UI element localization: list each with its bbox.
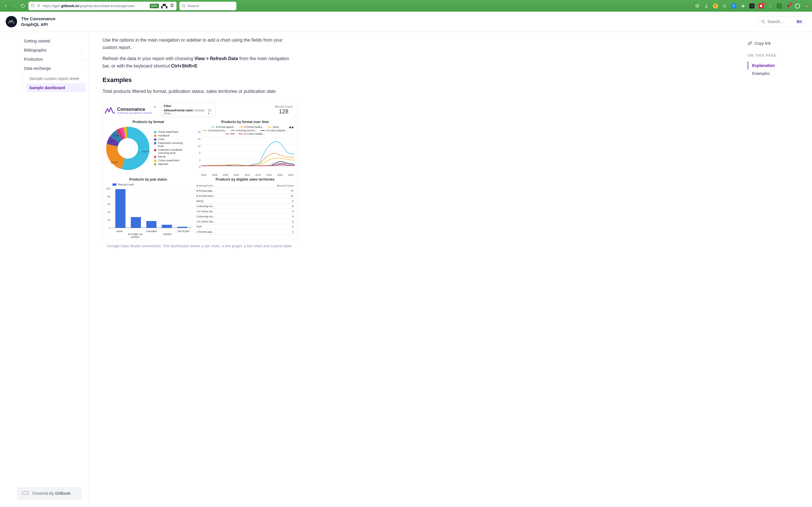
filter-card[interactable]: Filter inHouseFormat name: Exclude ePub,…	[161, 103, 215, 117]
forward-button[interactable]	[11, 3, 17, 9]
pocket-icon[interactable]	[695, 3, 700, 8]
bar-xaxis: ActiveCancelledOut of print No longer ou…	[105, 230, 191, 238]
table-row: PDF2	[195, 224, 295, 229]
shield-icon	[31, 3, 35, 8]
panel-title: Products by pub status	[105, 177, 191, 181]
ext-bug-icon[interactable]: 🐞2	[786, 3, 791, 8]
play-control[interactable]: ◀ ▶	[289, 126, 294, 129]
copy-link[interactable]: Copy link	[748, 41, 805, 46]
search-icon	[761, 20, 765, 24]
svg-rect-28	[177, 227, 188, 228]
ext-owl-icon[interactable]: 🦉	[804, 3, 809, 8]
brand-tagline: Publishing management software	[117, 112, 152, 114]
sidebar-item-getting-started[interactable]: Getting started	[21, 37, 86, 46]
sidebar-item-label: Sample dashboard	[29, 86, 65, 90]
react-devtools-icon[interactable]: ⚛	[749, 3, 754, 8]
sidebar-item-label: Getting started	[24, 39, 50, 43]
chevron-down-icon: ˅	[81, 66, 83, 70]
qr-icon[interactable]: ▞▚	[161, 4, 168, 8]
donut-chart: 54.7% 23.4% 6.3% 6.3%	[105, 126, 150, 171]
content: Use the options in the main navigation o…	[89, 32, 311, 507]
donut-label: 23.4%	[111, 161, 118, 164]
dashboard-screenshot: Consonance Publishing management softwar…	[103, 100, 297, 240]
powered-by-gitbook[interactable]: Powered By GitBook	[17, 487, 82, 500]
app-logo[interactable]	[6, 16, 17, 27]
donut-label: 54.7%	[142, 150, 149, 153]
paragraph: Total products filtered by format, publi…	[103, 88, 297, 95]
bar-legend: Record Count	[105, 183, 191, 186]
ext-e-icon[interactable]: E	[713, 3, 718, 8]
back-button[interactable]	[3, 3, 8, 9]
sidebar-item-label: Bibliographic	[24, 48, 47, 52]
table-row: Demy9	[195, 198, 295, 203]
svg-rect-0	[38, 5, 40, 7]
star-icon[interactable]	[170, 3, 174, 8]
link-icon	[748, 41, 752, 46]
search-icon	[182, 4, 186, 8]
bar-yaxis: 100806040200	[105, 187, 110, 229]
svg-rect-26	[146, 221, 157, 228]
paragraph: Refresh the data in your report with cho…	[103, 55, 297, 69]
powered-by-label: Powered By GitBook	[33, 491, 71, 496]
ext-gear-icon[interactable]	[722, 3, 727, 8]
table-row: B format pap…71	[195, 188, 295, 193]
search-kbd: ⌘K	[796, 19, 803, 24]
browser-search-placeholder: Search	[187, 4, 199, 8]
ext-grid-icon[interactable]: ▦	[740, 3, 745, 8]
browser-bar: https://gp0.gitbook.io/graphql-docs/data…	[0, 0, 812, 12]
ext-circle-icon[interactable]	[795, 3, 800, 8]
app-search-placeholder: Search…	[767, 19, 784, 24]
brand-name: Consonance	[117, 107, 152, 112]
toc-item-examples[interactable]: Examples	[748, 69, 805, 77]
zoom-badge[interactable]: 90%	[150, 4, 159, 8]
table-row: A format pap…1	[195, 229, 295, 234]
sidebar-item-production[interactable]: Production ›	[21, 55, 86, 64]
toc-item-label: Examples	[752, 71, 769, 76]
app-search[interactable]: Search… ⌘K	[758, 16, 806, 27]
consonance-logo: Consonance Publishing management softwar…	[105, 106, 156, 114]
address-bar[interactable]: https://gp0.gitbook.io/graphql-docs/data…	[28, 2, 177, 10]
download-icon[interactable]	[704, 3, 709, 8]
sidebar-subitem-sample-report[interactable]: Sample custom report sheet	[26, 74, 86, 83]
table-row: Colouring mo…4	[195, 214, 295, 219]
panel-title: Products by format	[105, 120, 191, 124]
heading-examples: Examples	[103, 76, 297, 84]
record-count: Record Count 128	[275, 105, 295, 115]
sidebar-item-data-exchange[interactable]: Data exchange ˅	[21, 64, 86, 73]
ext-shield-icon[interactable]: 4	[758, 3, 764, 8]
toc-item-label: Explanation	[752, 63, 775, 68]
ext-s-icon[interactable]: S	[731, 3, 736, 8]
chevron-right-icon: ›	[82, 48, 83, 52]
extension-tray: E S ▦ ⚛ 4 △ ⬚ 🐞2 🦉	[695, 3, 809, 8]
table-row: B format hard…27	[195, 193, 295, 198]
sidebar: Getting started Bibliographic › Producti…	[0, 32, 89, 507]
browser-search[interactable]: Search	[179, 2, 236, 10]
table-row: A4 Colour har…2	[195, 219, 295, 224]
line-legend: B format paperb… B format hardba… Demy C…	[195, 126, 295, 136]
line-xaxis: 200420062008201020122014201620182020	[195, 173, 295, 176]
lock-icon	[37, 4, 41, 8]
app-header: The Consonance GraphQL API Search… ⌘K	[0, 12, 812, 32]
sidebar-item-label: Data exchange	[24, 66, 51, 71]
line-panel: Products by format over time ◀ ▶ B forma…	[195, 119, 295, 174]
pivot-table: inHouseForm…Record Count B format pap…71…	[195, 183, 295, 234]
gitbook-icon	[22, 491, 29, 496]
toc: Copy link ON THIS PAGE Explanation Examp…	[741, 32, 812, 507]
ext-green-icon[interactable]: ⬚	[777, 3, 782, 8]
svg-rect-27	[162, 225, 172, 228]
line-chart-svg	[195, 136, 295, 173]
svg-point-1	[182, 5, 185, 7]
toc-heading: ON THIS PAGE	[748, 54, 805, 58]
sidebar-subitem-sample-dashboard[interactable]: Sample dashboard	[26, 83, 86, 92]
line-yaxis: 20151050-5	[195, 131, 200, 168]
app-title: The Consonance GraphQL API	[21, 16, 56, 27]
table-row: Colouring mo…8	[195, 203, 295, 209]
paragraph: Use the options in the main navigation o…	[103, 37, 297, 51]
toc-item-explanation[interactable]: Explanation	[748, 61, 805, 69]
ext-a-icon[interactable]: △	[767, 3, 773, 8]
sidebar-item-bibliographic[interactable]: Bibliographic ›	[21, 46, 86, 55]
reload-button[interactable]	[20, 3, 25, 9]
pivot-panel: Products by eligible sales territories i…	[195, 176, 295, 237]
sidebar-item-label: Production	[24, 57, 43, 61]
image-caption: Google Data Studio screenshot. The dashb…	[103, 244, 297, 248]
